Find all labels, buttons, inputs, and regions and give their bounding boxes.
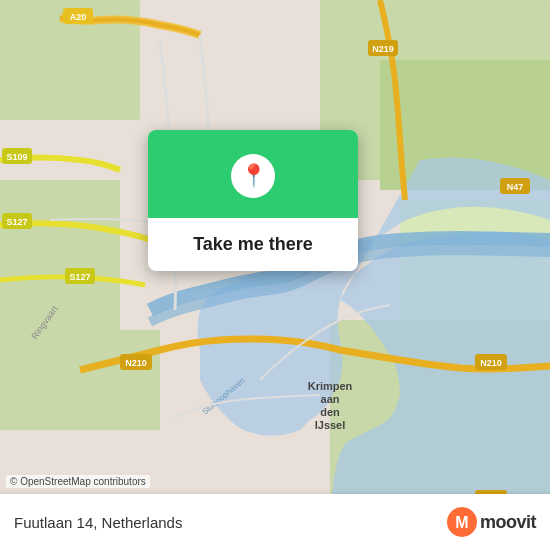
moovit-logo: M moovit: [446, 506, 536, 538]
map-background: A20 S109 S127 S127 N210 N210 N210 N219 N…: [0, 0, 550, 550]
take-me-there-button[interactable]: Take me there: [164, 232, 342, 257]
svg-text:N219: N219: [372, 44, 394, 54]
popup-card-header: 📍: [148, 130, 358, 218]
svg-text:N210: N210: [125, 358, 147, 368]
svg-text:S109: S109: [6, 152, 27, 162]
map-container: A20 S109 S127 S127 N210 N210 N210 N219 N…: [0, 0, 550, 550]
moovit-brand-text: moovit: [480, 512, 536, 533]
osm-attribution: © OpenStreetMap contributors: [6, 475, 150, 488]
svg-text:aan: aan: [321, 393, 340, 405]
svg-text:A20: A20: [70, 12, 87, 22]
svg-text:M: M: [455, 514, 468, 531]
svg-text:Krimpen: Krimpen: [308, 380, 353, 392]
svg-rect-4: [0, 180, 120, 340]
address-label: Fuutlaan 14, Netherlands: [14, 514, 182, 531]
popup-card-body: Take me there: [148, 218, 358, 271]
location-pin-icon: 📍: [240, 163, 267, 189]
svg-text:IJssel: IJssel: [315, 419, 346, 431]
moovit-brand-icon: M: [446, 506, 478, 538]
location-icon-circle: 📍: [231, 154, 275, 198]
svg-text:S127: S127: [69, 272, 90, 282]
svg-text:S127: S127: [6, 217, 27, 227]
svg-text:den: den: [320, 406, 340, 418]
popup-card: 📍 Take me there: [148, 130, 358, 271]
svg-text:N47: N47: [507, 182, 524, 192]
bottom-bar: Fuutlaan 14, Netherlands M moovit: [0, 494, 550, 550]
svg-text:N210: N210: [480, 358, 502, 368]
svg-rect-5: [0, 330, 160, 430]
